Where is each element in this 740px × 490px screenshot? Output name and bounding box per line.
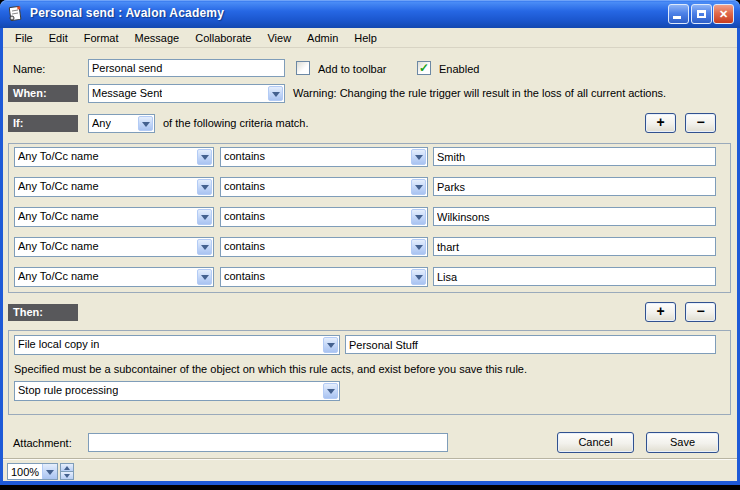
if-match-combobox[interactable]: Any <box>88 114 155 133</box>
criteria-operator-value: contains <box>224 240 265 252</box>
criteria-operator-combobox[interactable]: contains <box>220 237 428 257</box>
when-warning-text: Warning: Changing the rule trigger will … <box>293 87 666 99</box>
close-button[interactable]: ✕ <box>713 4 734 24</box>
chevron-down-icon[interactable] <box>323 383 338 399</box>
chevron-down-icon[interactable] <box>197 239 212 255</box>
add-criteria-button[interactable]: + <box>645 113 676 133</box>
criteria-value-input[interactable] <box>433 177 716 196</box>
maximize-button[interactable] <box>691 4 712 24</box>
when-trigger-value: Message Sent <box>92 87 162 99</box>
chevron-down-icon[interactable] <box>268 86 283 101</box>
criteria-value-input[interactable] <box>433 207 716 226</box>
criteria-operator-value: contains <box>224 150 265 162</box>
menu-message[interactable]: Message <box>127 30 188 46</box>
menu-edit[interactable]: Edit <box>41 30 76 46</box>
criteria-field-value: Any To/Cc name <box>18 150 99 162</box>
criteria-operator-value: contains <box>224 270 265 282</box>
menubar: File Edit Format Message Collaborate Vie… <box>3 28 737 48</box>
criteria-operator-combobox[interactable]: contains <box>220 147 428 167</box>
chevron-down-icon[interactable] <box>411 239 426 255</box>
window-title: Personal send : Avalon Academy <box>30 6 224 20</box>
post-action-value: Stop rule processing <box>18 384 118 396</box>
criteria-field-value: Any To/Cc name <box>18 180 99 192</box>
enabled-label: Enabled <box>439 63 479 75</box>
if-match-value: Any <box>92 117 111 129</box>
criteria-value-input[interactable] <box>433 237 716 256</box>
enabled-checkbox[interactable]: ✓ <box>417 61 431 75</box>
attachment-input[interactable] <box>88 433 448 452</box>
cancel-button[interactable]: Cancel <box>557 432 634 453</box>
criteria-field-value: Any To/Cc name <box>18 210 99 222</box>
app-icon <box>7 5 24 22</box>
criteria-operator-combobox[interactable]: contains <box>220 177 428 197</box>
if-suffix-text: of the following criteria match. <box>163 117 309 129</box>
attachment-label: Attachment: <box>13 437 72 449</box>
criteria-field-combobox[interactable]: Any To/Cc name <box>14 237 214 257</box>
criteria-field-combobox[interactable]: Any To/Cc name <box>14 207 214 227</box>
chevron-down-icon[interactable] <box>411 209 426 225</box>
zoom-value: 100% <box>8 464 42 479</box>
criteria-operator-value: contains <box>224 210 265 222</box>
zoom-control[interactable]: 100% <box>7 463 74 480</box>
chevron-down-icon[interactable] <box>411 149 426 165</box>
statusbar: 100% <box>3 458 737 481</box>
menu-admin[interactable]: Admin <box>299 30 346 46</box>
screen: Personal send : Avalon Academy ✕ File Ed… <box>0 0 740 490</box>
add-action-button[interactable]: + <box>645 302 676 322</box>
criteria-field-combobox[interactable]: Any To/Cc name <box>14 147 214 167</box>
close-icon: ✕ <box>719 8 728 20</box>
chevron-down-icon[interactable] <box>197 209 212 225</box>
minimize-icon <box>673 16 681 19</box>
if-section-label: If: <box>8 115 78 132</box>
criteria-operator-combobox[interactable]: contains <box>220 267 428 287</box>
menu-help[interactable]: Help <box>346 30 385 46</box>
chevron-down-icon[interactable] <box>197 269 212 285</box>
criteria-field-value: Any To/Cc name <box>18 240 99 252</box>
action-type-combobox[interactable]: File local copy in <box>14 335 340 355</box>
when-trigger-combobox[interactable]: Message Sent <box>88 84 285 103</box>
action-type-value: File local copy in <box>18 338 99 350</box>
post-action-combobox[interactable]: Stop rule processing <box>14 381 340 401</box>
menu-collaborate[interactable]: Collaborate <box>187 30 259 46</box>
criteria-field-combobox[interactable]: Any To/Cc name <box>14 267 214 287</box>
checkmark-icon: ✓ <box>419 61 429 75</box>
zoom-spinner[interactable] <box>60 463 74 480</box>
minimize-button[interactable] <box>668 4 689 24</box>
add-to-toolbar-checkbox[interactable] <box>296 61 310 75</box>
name-label: Name: <box>13 63 45 75</box>
chevron-down-icon[interactable] <box>197 179 212 195</box>
spinner-down-icon[interactable] <box>60 472 74 480</box>
when-section-label: When: <box>8 85 78 102</box>
remove-action-button[interactable]: − <box>685 302 716 322</box>
criteria-value-input[interactable] <box>433 267 716 286</box>
then-section-label: Then: <box>8 304 78 321</box>
chevron-down-icon[interactable] <box>411 269 426 285</box>
menu-view[interactable]: View <box>259 30 299 46</box>
titlebar[interactable]: Personal send : Avalon Academy ✕ <box>0 0 740 28</box>
zoom-combobox[interactable]: 100% <box>7 463 58 480</box>
menu-file[interactable]: File <box>7 30 41 46</box>
criteria-field-value: Any To/Cc name <box>18 270 99 282</box>
chevron-down-icon[interactable] <box>411 179 426 195</box>
maximize-icon <box>697 10 706 18</box>
criteria-operator-combobox[interactable]: contains <box>220 207 428 227</box>
name-input[interactable] <box>88 59 285 77</box>
action-note-text: Specified must be a subcontainer of the … <box>14 363 527 375</box>
chevron-down-icon[interactable] <box>323 337 338 353</box>
action-target-input[interactable] <box>345 335 716 354</box>
chevron-down-icon[interactable] <box>42 464 57 479</box>
save-button[interactable]: Save <box>646 432 719 453</box>
criteria-field-combobox[interactable]: Any To/Cc name <box>14 177 214 197</box>
remove-criteria-button[interactable]: − <box>685 113 716 133</box>
chevron-down-icon[interactable] <box>197 149 212 165</box>
chevron-down-icon[interactable] <box>138 116 153 131</box>
criteria-value-input[interactable] <box>433 147 716 166</box>
menu-format[interactable]: Format <box>76 30 127 46</box>
add-to-toolbar-label: Add to toolbar <box>318 63 387 75</box>
spinner-up-icon[interactable] <box>60 463 74 472</box>
criteria-operator-value: contains <box>224 180 265 192</box>
rule-editor-window: Personal send : Avalon Academy ✕ File Ed… <box>0 0 740 485</box>
